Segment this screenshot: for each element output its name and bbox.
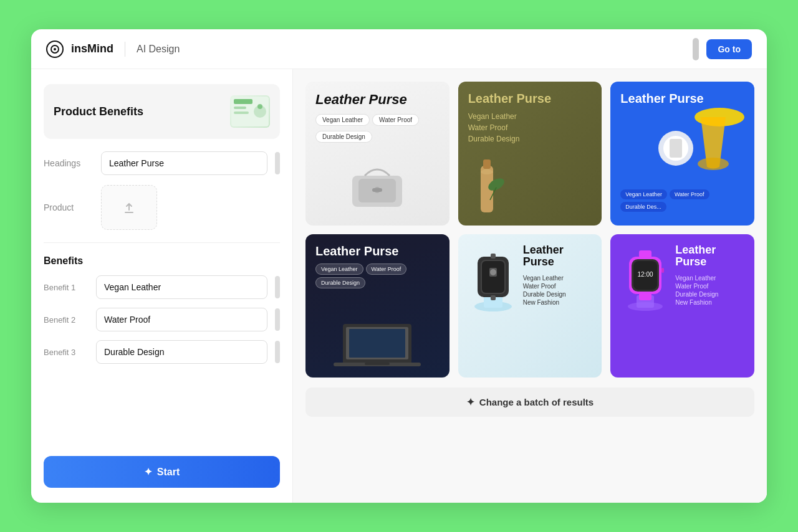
- card6-b2: Water Proof: [675, 283, 718, 290]
- svg-rect-28: [365, 363, 390, 365]
- purse-svg-1: [340, 154, 415, 210]
- watch-svg-2: 12:00: [620, 244, 670, 313]
- svg-rect-46: [661, 268, 664, 273]
- benefit1-label: Benefit 1: [44, 283, 89, 292]
- card1-badge3: Durable Design: [315, 131, 372, 143]
- benefit2-input[interactable]: [96, 308, 267, 331]
- card5-b4: New Fashion: [523, 299, 566, 306]
- card2-benefit3: Durable Design: [468, 135, 520, 143]
- headings-input[interactable]: [101, 151, 267, 175]
- card1-badges: Vegan Leather Water Proof Durable Design: [315, 114, 440, 145]
- goto-button[interactable]: Go to: [706, 39, 752, 59]
- card6-content: LeatherPurse Vegan Leather Water Proof D…: [675, 244, 718, 306]
- card1-image-area: [315, 149, 440, 216]
- card5-b1: Vegan Leather: [523, 275, 566, 282]
- result-card-2[interactable]: Leather Purse Vegan Leather Water Proof …: [458, 82, 602, 226]
- svg-point-35: [490, 269, 496, 275]
- result-card-3[interactable]: Leather Purse V: [610, 82, 754, 226]
- product-label: Product: [44, 202, 94, 212]
- svg-point-19: [698, 158, 729, 170]
- svg-rect-12: [372, 188, 382, 192]
- product-upload[interactable]: [101, 185, 157, 230]
- card5-b2: Water Proof: [523, 283, 566, 290]
- svg-rect-6: [234, 112, 249, 114]
- template-thumb: [230, 95, 270, 128]
- card2-heading: Leather Purse: [468, 92, 551, 106]
- header-toggle[interactable]: [693, 38, 699, 60]
- template-card[interactable]: Product Benefits: [44, 84, 280, 139]
- svg-point-8: [257, 104, 262, 109]
- card4-badge2: Water Proof: [366, 264, 407, 275]
- card6-b4: New Fashion: [675, 299, 718, 306]
- start-btn-icon: ✦: [144, 466, 152, 478]
- svg-point-2: [54, 48, 56, 50]
- logo-icon: [46, 40, 64, 58]
- benefit2-row: Benefit 2: [44, 308, 280, 331]
- card2-benefit1: Vegan Leather: [468, 112, 520, 121]
- card3-badges: Vegan Leather Water Proof Durable Des...: [620, 189, 744, 212]
- result-card-5[interactable]: LeatherPurse Vegan Leather Water Proof D…: [458, 234, 602, 378]
- benefits-section: Benefits Benefit 1 Benefit 2 Benefit 3: [44, 255, 280, 364]
- result-card-1[interactable]: Leather Purse Vegan Leather Water Proof …: [305, 82, 449, 226]
- svg-rect-4: [234, 99, 252, 104]
- start-btn-label: Start: [157, 467, 180, 478]
- card5-content: LeatherPurse Vegan Leather Water Proof D…: [523, 244, 566, 306]
- headings-row: Headings: [44, 151, 280, 175]
- svg-text:12:00: 12:00: [638, 271, 653, 278]
- card3-badge3: Durable Des...: [620, 202, 666, 212]
- benefits-title: Benefits: [44, 255, 280, 267]
- card4-badge3: Durable Design: [315, 277, 365, 288]
- card2-benefit2: Water Proof: [468, 123, 520, 132]
- header-right: Go to: [693, 38, 752, 60]
- results-grid: Leather Purse Vegan Leather Water Proof …: [305, 82, 754, 378]
- card5-image-area: [468, 244, 518, 313]
- card1-heading: Leather Purse: [315, 92, 407, 108]
- benefit1-input[interactable]: [96, 275, 267, 299]
- headings-label: Headings: [44, 158, 94, 168]
- header: insMind AI Design Go to: [31, 29, 767, 69]
- svg-rect-5: [234, 107, 246, 109]
- card4-image-area: [315, 292, 440, 368]
- card2-image-area: [468, 148, 506, 216]
- card6-b3: Durable Design: [675, 291, 718, 298]
- svg-rect-14: [483, 159, 491, 169]
- change-batch-button[interactable]: ✦ Change a batch of results: [305, 387, 754, 417]
- card3-heading: Leather Purse: [620, 92, 744, 106]
- form-section: Headings Product: [44, 151, 280, 230]
- card1-badge1: Vegan Leather: [315, 114, 370, 126]
- benefit3-row: Benefit 3: [44, 340, 280, 364]
- brand-name: insMind: [71, 42, 113, 55]
- main-layout: Product Benefits Headings: [31, 69, 767, 503]
- card3-badge1: Vegan Leather: [620, 189, 667, 199]
- laptop-svg: [334, 318, 421, 368]
- svg-point-15: [481, 169, 493, 174]
- result-card-6[interactable]: 12:00 LeatherPurse Vegan Leather Water P…: [610, 234, 754, 378]
- benefit3-input[interactable]: [96, 340, 267, 364]
- benefit3-label: Benefit 3: [44, 348, 89, 357]
- card4-badge1: Vegan Leather: [315, 264, 363, 275]
- card6-image-area: 12:00: [620, 244, 670, 313]
- start-button[interactable]: ✦ Start: [44, 456, 280, 488]
- header-divider: [125, 42, 125, 57]
- card5-heading: LeatherPurse: [523, 244, 566, 269]
- right-panel: Leather Purse Vegan Leather Water Proof …: [293, 69, 767, 503]
- benefit1-scrollbar: [275, 276, 280, 298]
- card6-heading: LeatherPurse: [675, 244, 718, 269]
- header-left: insMind AI Design: [46, 40, 180, 58]
- svg-rect-36: [491, 254, 496, 259]
- product-row: Product: [44, 185, 280, 230]
- svg-rect-33: [482, 261, 504, 293]
- benefit1-row: Benefit 1: [44, 275, 280, 299]
- left-panel: Product Benefits Headings: [31, 69, 293, 503]
- card6-benefits: Vegan Leather Water Proof Durable Design…: [675, 275, 718, 306]
- svg-rect-22: [670, 139, 682, 158]
- result-card-4[interactable]: Leather Purse Vegan Leather Water Proof …: [305, 234, 449, 378]
- upload-icon: [120, 199, 138, 216]
- card6-b1: Vegan Leather: [675, 275, 718, 282]
- card3-badge2: Water Proof: [670, 189, 709, 199]
- bottle-svg: [468, 153, 506, 216]
- watch-svg-1: [468, 244, 518, 313]
- card5-benefits: Vegan Leather Water Proof Durable Design…: [523, 275, 566, 306]
- benefit2-scrollbar: [275, 308, 280, 331]
- app-subtitle: AI Design: [137, 44, 180, 55]
